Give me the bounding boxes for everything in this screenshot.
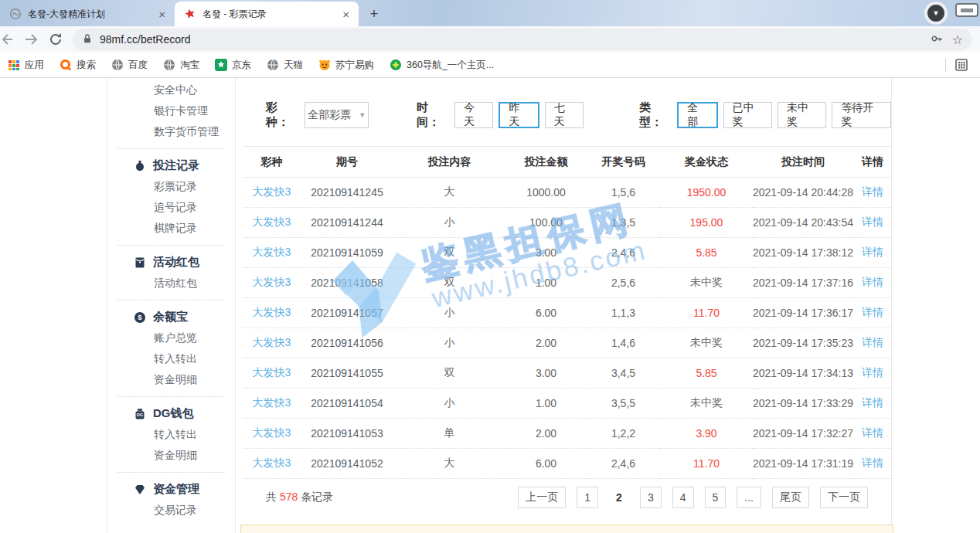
bookmark-apps[interactable]: 应用 <box>8 59 44 72</box>
time-cell: 2021-09-14 20:43:54 <box>753 208 853 238</box>
tab-menu-button[interactable]: ▼ <box>924 2 948 25</box>
table-row: 大发快3 202109141059 双 3.00 2,4,6 5.85 2021… <box>243 238 892 268</box>
sidebar-item-digital-currency[interactable]: 数字货币管理 <box>107 121 235 142</box>
lottery-link[interactable]: 大发快3 <box>243 208 301 238</box>
tab-close-icon[interactable]: × <box>341 8 351 21</box>
chevron-down-icon: ▼ <box>359 111 366 119</box>
lottery-link[interactable]: 大发快3 <box>243 358 301 389</box>
tab-plan[interactable]: 名發-大發精准计划 × <box>0 2 175 26</box>
detail-link[interactable]: 详情 <box>853 268 892 298</box>
last-page-button[interactable]: 尾页 <box>772 487 809 508</box>
bookmark-label: 苏宁易购 <box>335 59 374 72</box>
prev-page-button[interactable]: 上一页 <box>518 487 566 508</box>
bookmark-baidu[interactable]: 百度 <box>111 59 148 72</box>
bookmarks-grid-icon[interactable] <box>955 59 968 71</box>
detail-link[interactable]: 详情 <box>853 298 892 328</box>
forward-icon[interactable] <box>23 32 39 47</box>
detail-link[interactable]: 详情 <box>853 358 892 389</box>
search-ring-icon <box>60 59 72 71</box>
sidebar-item-transfer[interactable]: 转入转出 <box>107 348 235 369</box>
issue-cell: 202109141244 <box>301 208 393 238</box>
lottery-link[interactable]: 大发快3 <box>243 238 301 268</box>
prize-cell: 5.85 <box>660 238 753 268</box>
page-4-button[interactable]: 4 <box>672 487 694 508</box>
sidebar-header-red-packet: 活动红包 <box>107 252 235 273</box>
sidebar-item-bank-card[interactable]: 银行卡管理 <box>107 100 235 121</box>
bookmark-label: 天猫 <box>284 59 303 72</box>
lottery-link[interactable]: 大发快3 <box>243 328 301 358</box>
sidebar-header-label: 投注记录 <box>153 158 199 173</box>
reload-icon[interactable] <box>48 32 63 47</box>
lottery-link[interactable]: 大发快3 <box>243 268 301 298</box>
content-cell: 大 <box>393 449 505 479</box>
detail-link[interactable]: 详情 <box>853 238 892 268</box>
lottery-dropdown[interactable]: 全部彩票 ▼ <box>305 102 369 128</box>
content-cell: 大 <box>393 178 505 208</box>
type-filter-won[interactable]: 已中奖 <box>723 102 772 128</box>
bookmark-label: 京东 <box>232 59 251 72</box>
address-bar[interactable]: 98mf.cc/betRecord ☆ <box>73 29 972 50</box>
bookmark-taobao[interactable]: 淘宝 <box>163 59 199 72</box>
tab-close-icon[interactable]: × <box>157 8 167 21</box>
lottery-filter-label: 彩种： <box>266 100 298 130</box>
bookmark-suning[interactable]: 苏宁易购 <box>318 59 374 72</box>
lottery-link[interactable]: 大发快3 <box>243 178 301 208</box>
lottery-link[interactable]: 大发快3 <box>243 419 301 449</box>
detail-link[interactable]: 详情 <box>853 178 892 208</box>
lottery-link[interactable]: 大发快3 <box>243 389 301 419</box>
minimize-button[interactable] <box>955 3 978 17</box>
bookmark-tmall[interactable]: 天猫 <box>267 59 303 72</box>
type-filter-all[interactable]: 全部 <box>677 102 717 128</box>
next-page-button[interactable]: 下一页 <box>820 487 868 508</box>
apps-grid-icon <box>8 59 20 71</box>
url-text: 98mf.cc/betRecord <box>100 33 191 46</box>
prize-cell: 5.85 <box>660 358 753 389</box>
new-tab-button[interactable]: + <box>363 3 385 25</box>
sidebar-item-board-records[interactable]: 棋牌记录 <box>107 218 235 239</box>
back-icon[interactable] <box>0 32 14 47</box>
numbers-cell: 1,1,3 <box>587 298 660 328</box>
type-filter-pending[interactable]: 等待开奖 <box>832 102 891 128</box>
sidebar-item-transaction-records[interactable]: 交易记录 <box>107 500 235 521</box>
page-ellipsis-button[interactable]: ... <box>737 487 761 508</box>
bookmark-search[interactable]: 搜索 <box>60 59 96 72</box>
sidebar-item-account-overview[interactable]: 账户总览 <box>107 328 235 348</box>
detail-link[interactable]: 详情 <box>853 389 892 419</box>
key-icon[interactable] <box>931 32 943 47</box>
sidebar-item-chase-records[interactable]: 追号记录 <box>107 197 235 218</box>
sidebar-item-funds-detail[interactable]: 资金明细 <box>107 369 235 390</box>
time-filter-seven-days[interactable]: 七天 <box>545 102 584 128</box>
bookmark-jd[interactable]: 京东 <box>215 59 251 72</box>
detail-link[interactable]: 详情 <box>853 449 892 479</box>
sidebar-item-red-packet[interactable]: 活动红包 <box>107 273 235 294</box>
bookmarks-bar: 应用 搜索 百度 淘宝 京东 <box>0 53 980 78</box>
sidebar-item-dg-funds-detail[interactable]: 资金明细 <box>107 445 235 466</box>
type-filter-lost[interactable]: 未中奖 <box>778 102 826 128</box>
page-3-button[interactable]: 3 <box>640 487 662 508</box>
page-content: 安全中心 银行卡管理 数字货币管理 投注记录 彩票记录 追号记录 棋牌记录 活动… <box>0 78 980 533</box>
detail-link[interactable]: 详情 <box>853 208 892 238</box>
numbers-cell: 3,4,5 <box>587 358 660 389</box>
time-filter-yesterday[interactable]: 昨天 <box>499 102 539 128</box>
page-5-button[interactable]: 5 <box>705 487 726 508</box>
tab-bet-record-favicon-icon <box>184 8 196 20</box>
amount-cell: 100.00 <box>505 208 587 238</box>
sidebar-item-dg-transfer[interactable]: 转入转出 <box>107 424 235 445</box>
sidebar-item-lottery-records[interactable]: 彩票记录 <box>107 176 235 197</box>
time-cell: 2021-09-14 17:31:19 <box>753 449 853 479</box>
detail-link[interactable]: 详情 <box>853 419 892 449</box>
bookmark-star-icon[interactable]: ☆ <box>952 32 963 47</box>
sidebar-item-security-center[interactable]: 安全中心 <box>107 80 235 100</box>
lottery-link[interactable]: 大发快3 <box>243 298 301 328</box>
bookmark-360nav[interactable]: 360导航_一个主页... <box>390 59 494 72</box>
amount-cell: 1.00 <box>505 268 587 298</box>
issue-cell: 202109141056 <box>301 328 393 358</box>
dg-wallet-icon: DG <box>134 408 146 420</box>
page-1-button[interactable]: 1 <box>577 487 598 508</box>
sidebar: 安全中心 银行卡管理 数字货币管理 投注记录 彩票记录 追号记录 棋牌记录 活动… <box>107 78 236 533</box>
time-filter-today[interactable]: 今天 <box>454 102 493 128</box>
detail-link[interactable]: 详情 <box>853 328 892 358</box>
lottery-link[interactable]: 大发快3 <box>243 449 301 479</box>
numbers-cell: 1,3,5 <box>587 208 660 238</box>
tab-bet-record[interactable]: 名發 - 彩票记录 × <box>175 2 359 26</box>
